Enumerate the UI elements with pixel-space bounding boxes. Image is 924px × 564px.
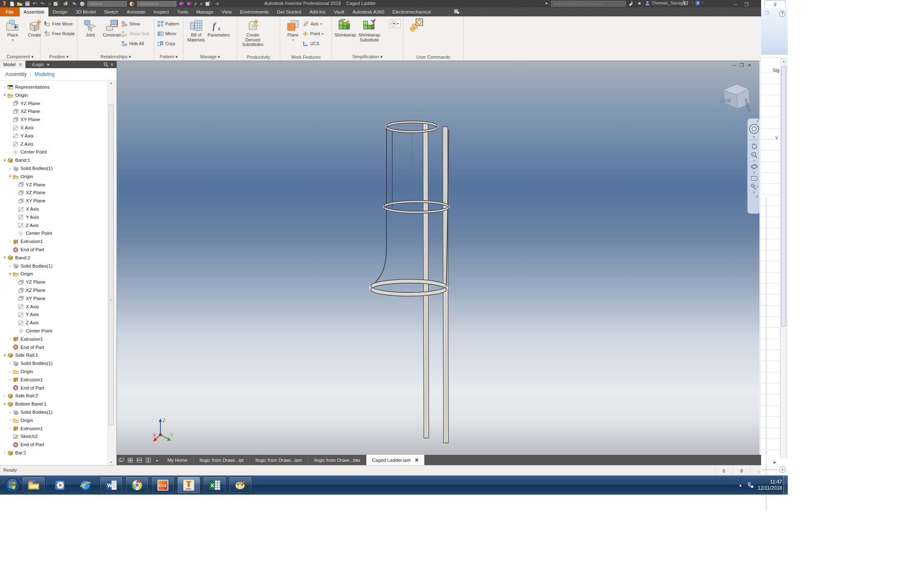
doc-tab-ilogic-from-drawi-iam[interactable]: Ilogic from Drawi...iam — [250, 455, 309, 465]
excel-help-icon[interactable]: ? — [779, 11, 785, 17]
ribbon-tab-add-ins[interactable]: Add-Ins — [305, 7, 330, 16]
tree-item-end-of-part[interactable]: ·End of Part — [7, 440, 44, 449]
start-button[interactable] — [1, 477, 24, 493]
tree-item-y-axis[interactable]: ·Y Axis — [13, 310, 39, 319]
excel-scroll-thumb[interactable] — [781, 66, 786, 327]
ribbon-tab-inspect[interactable]: Inspect — [150, 7, 173, 16]
ribbon-button-parameters[interactable]: fxParameters — [208, 18, 228, 38]
panel-label[interactable]: Simplification ▾ — [332, 54, 403, 60]
tree-item-center-point[interactable]: ·Center Point — [13, 327, 52, 335]
expand-icon[interactable]: › — [7, 264, 13, 268]
browser-menu-icon[interactable]: ≡ — [110, 61, 117, 68]
tree-item-origin[interactable]: ˅Origin — [7, 172, 33, 181]
taskbar-app-word[interactable]: W — [100, 477, 123, 493]
taskbar-app-inventor[interactable]: PRO — [177, 477, 200, 493]
help-search-input[interactable] — [551, 1, 626, 7]
taskbar-app-paint[interactable] — [229, 477, 252, 493]
ribbon-button-copy[interactable]: Copy — [158, 39, 176, 48]
zoom-dropdown-icon[interactable]: ▼ — [748, 159, 759, 162]
doc-tab-ilogic-from-drawi-ipt[interactable]: Ilogic from Drawi...ipt — [194, 455, 249, 465]
excel-zoom-slider[interactable] — [762, 470, 778, 470]
orbit-dropdown-icon[interactable]: ▼ — [748, 171, 759, 174]
pan-icon[interactable] — [748, 141, 759, 150]
mode-assembly[interactable]: Assembly — [5, 71, 27, 77]
tree-item-bottom-band-1[interactable]: ˅Bottom Band:1 — [2, 400, 46, 408]
appearance-combo[interactable]: Appearance▾ — [137, 1, 176, 7]
tree-item-xz-plane[interactable]: ·XZ Plane — [13, 188, 45, 197]
home-button[interactable]: ⌂ — [48, 1, 51, 7]
redo-button[interactable]: ↷▾ — [40, 1, 46, 7]
browser-tab-model[interactable]: Model✕ — [0, 61, 25, 68]
help-button[interactable]: ? — [695, 0, 700, 6]
tree-item-center-point[interactable]: ·Center Point — [7, 148, 47, 156]
doc-tab-my-home[interactable]: My Home — [162, 455, 194, 465]
show-desktop-button[interactable] — [783, 475, 788, 495]
tree-item-origin[interactable]: ˅Origin — [7, 270, 33, 278]
ribbon-tab-autodesk-a360[interactable]: Autodesk A360 — [348, 7, 388, 16]
ribbon-button-ucs[interactable]: UCS — [302, 39, 319, 48]
collapse-tabs-icon[interactable]: ▲ — [153, 455, 162, 465]
new-file-button[interactable] — [10, 1, 14, 7]
tab-overflow-icon[interactable]: ▾ — [454, 9, 461, 15]
tree-item-representations[interactable]: ›Representations — [2, 83, 50, 91]
tree-item-solid-bodies-1-[interactable]: ›Solid Bodies(1) — [7, 262, 53, 270]
tree-item-end-of-part[interactable]: ·End of Part — [7, 343, 44, 351]
material-combo[interactable]: Material▾ — [87, 1, 127, 7]
open-button[interactable] — [17, 1, 23, 7]
excel-window-partial[interactable]: X ? ❐ Sig Y ▲ ▶ + — [761, 0, 788, 475]
navbar-more-icon[interactable]: ▼ — [748, 191, 759, 194]
panel-label[interactable]: Component ▾ — [0, 54, 40, 60]
tree-item-extrusion1[interactable]: ›Extrusion1 — [7, 424, 43, 433]
doc-minimize-icon[interactable]: ─ — [732, 62, 740, 68]
tree-item-end-of-part[interactable]: ·End of Part — [7, 384, 44, 392]
collapse-icon[interactable]: ˅ — [7, 272, 13, 276]
excel-window-tab[interactable]: X — [764, 0, 786, 8]
tree-item-yz-plane[interactable]: ·YZ Plane — [7, 99, 40, 108]
browser-search-icon[interactable] — [102, 61, 110, 68]
mode-modeling[interactable]: Modeling — [34, 71, 55, 77]
tree-item-x-axis[interactable]: ·X Axis — [7, 124, 34, 132]
scroll-up-icon[interactable]: ▲ — [109, 81, 114, 85]
ribbon-button-place[interactable]: Place▾ — [2, 18, 23, 42]
store-cart-icon[interactable] — [682, 0, 688, 5]
tree-item-sketch2[interactable]: ·Sketch2 — [7, 432, 38, 440]
network-icon[interactable] — [746, 482, 754, 488]
minimize-button[interactable]: ─ — [731, 2, 740, 7]
resize-grip[interactable]: ⠿ — [750, 465, 761, 476]
doc-close-icon[interactable]: ✕ — [748, 62, 755, 68]
tree-item-xy-plane[interactable]: ·XY Plane — [13, 294, 46, 303]
wheel-dropdown-icon[interactable]: ▼ — [748, 135, 759, 138]
measure-button[interactable]: ▾ — [63, 1, 70, 7]
cascade-windows-icon[interactable] — [117, 455, 126, 465]
view-cube[interactable]: BOTTOM RIGHT — [720, 82, 752, 111]
tree-item-z-axis[interactable]: ·Z Axis — [13, 319, 39, 327]
panel-label[interactable]: User Commands — [403, 55, 463, 60]
ribbon-button-shrinkwrap[interactable]: Shrinkwrap — [334, 18, 355, 38]
dropdown-arrow-icon[interactable]: ▾ — [2, 38, 23, 43]
tree-item-side-rail-1[interactable]: ˅Side Rail:1 — [2, 351, 38, 359]
ribbon-tab-view[interactable]: View — [217, 7, 236, 16]
collapse-icon[interactable]: ˅ — [2, 93, 7, 97]
ribbon-button-shrinkwrap-substitute[interactable]: Shrinkwrap Substitute — [356, 18, 382, 42]
tree-item-origin[interactable]: ›Origin — [7, 367, 33, 376]
navigation-wheel-icon[interactable] — [748, 123, 759, 135]
tray-expand-icon[interactable]: ▲ — [739, 483, 742, 487]
tree-item-y-axis[interactable]: ·Y Axis — [7, 132, 34, 140]
ribbon-tab-electromechanical[interactable]: Electromechanical — [388, 7, 435, 16]
taskbar-clock[interactable]: 11:4712/11/2018 — [758, 479, 782, 491]
ribbon-button-hide-all[interactable]: Hide All — [121, 39, 144, 48]
expand-icon[interactable]: › — [7, 377, 13, 382]
simplification-dropdown-button[interactable] — [389, 20, 401, 28]
ribbon-tab-annotate[interactable]: Annotate — [123, 7, 150, 16]
qat-customize-icon[interactable]: ▾≡ — [215, 1, 219, 7]
ribbon-button-axis[interactable]: Axis▾ — [302, 20, 322, 28]
ribbon-tab-vault[interactable]: Vault — [330, 7, 348, 16]
expand-icon[interactable]: › — [7, 369, 13, 374]
ribbon-button-mirror[interactable]: Mirror — [158, 30, 176, 38]
tree-item-origin[interactable]: ˅Origin — [2, 91, 28, 99]
tree-item-yz-plane[interactable]: ·YZ Plane — [13, 181, 45, 189]
excel-sheet-partial[interactable] — [761, 55, 780, 458]
graphics-viewport[interactable]: ─❐✕ — [117, 61, 759, 455]
tree-item-extrusion1[interactable]: ›Extrusion1 — [7, 237, 43, 245]
tree-item-y-axis[interactable]: ·Y Axis — [13, 213, 39, 221]
